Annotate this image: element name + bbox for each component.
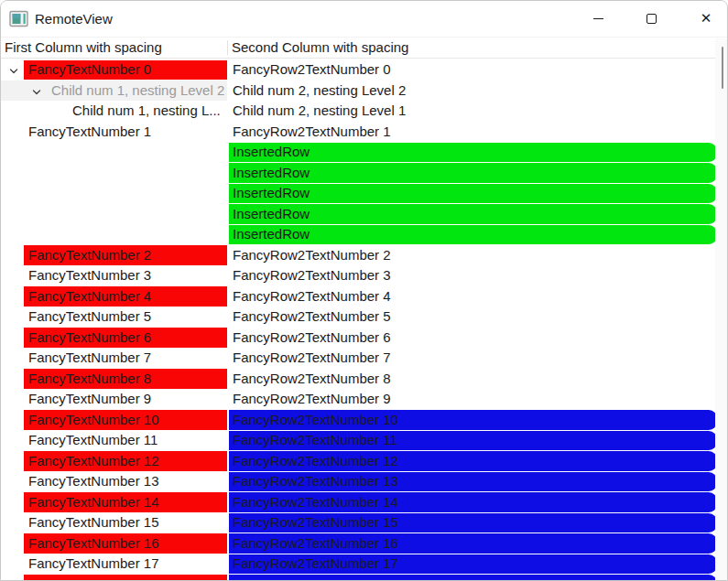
cell-second-column[interactable]: FancyRow2TextNumber 8 <box>229 369 717 390</box>
cell-highlight <box>229 575 717 580</box>
table-row[interactable]: FancyTextNumber 5FancyRow2TextNumber 5 <box>1 307 727 328</box>
cell-first-column[interactable]: FancyTextNumber 15 <box>1 512 227 533</box>
cell-first-column[interactable]: FancyTextNumber 17 <box>1 554 227 575</box>
cell-first-column[interactable]: Child num 1, nesting L... <box>1 101 227 122</box>
cell-first-column[interactable]: FancyTextNumber 1 <box>1 122 227 143</box>
cell-text: FancyRow2TextNumber 0 <box>233 59 391 81</box>
column-header-second[interactable]: Second Column with spacing <box>232 38 408 58</box>
cell-second-column[interactable]: FancyRow2TextNumber 2 <box>229 245 717 266</box>
cell-first-column[interactable]: FancyTextNumber 9 <box>1 389 227 410</box>
table-row[interactable]: Child num 1, nesting Level 2Child num 2,… <box>1 81 727 102</box>
cell-first-column[interactable] <box>1 183 227 204</box>
cell-second-column[interactable]: FancyRow2TextNumber 4 <box>229 286 717 307</box>
cell-first-column[interactable]: FancyTextNumber 0 <box>1 59 227 81</box>
cell-second-column[interactable]: FancyRow2TextNumber 17 <box>229 554 717 575</box>
cell-text: FancyRow2TextNumber 3 <box>233 265 391 286</box>
cell-text: Child num 2, nesting Level 2 <box>233 81 406 102</box>
cell-first-column[interactable]: FancyTextNumber 16 <box>1 533 227 554</box>
cell-second-column[interactable]: FancyRow2TextNumber 15 <box>229 512 717 533</box>
table-row[interactable] <box>1 575 727 581</box>
cell-first-column[interactable] <box>1 224 227 245</box>
cell-second-column[interactable]: FancyRow2TextNumber 13 <box>229 471 717 492</box>
cell-second-column[interactable]: FancyRow2TextNumber 5 <box>229 307 717 328</box>
table-row[interactable]: FancyTextNumber 10FancyRow2TextNumber 10 <box>1 410 727 431</box>
cell-second-column[interactable]: Child num 2, nesting Level 2 <box>229 81 717 102</box>
table-row[interactable]: FancyTextNumber 13FancyRow2TextNumber 13 <box>1 471 727 492</box>
table-row[interactable]: InsertedRow <box>1 204 727 225</box>
cell-second-column[interactable]: InsertedRow <box>229 224 717 245</box>
title-bar: RemoteView ✕ <box>1 1 727 38</box>
cell-text: InsertedRow <box>233 224 310 245</box>
cell-text: Child num 2, nesting Level 1 <box>233 101 406 122</box>
close-button[interactable]: ✕ <box>685 1 727 37</box>
cell-first-column[interactable]: FancyTextNumber 2 <box>1 245 227 266</box>
column-header-first[interactable]: First Column with spacing <box>5 38 224 58</box>
table-row[interactable]: FancyTextNumber 4FancyRow2TextNumber 4 <box>1 286 727 307</box>
cell-first-column[interactable]: FancyTextNumber 4 <box>1 286 227 307</box>
cell-second-column[interactable]: InsertedRow <box>229 142 717 163</box>
cell-first-column[interactable]: FancyTextNumber 11 <box>1 430 227 451</box>
cell-first-column[interactable]: FancyTextNumber 6 <box>1 328 227 349</box>
cell-first-column[interactable]: FancyTextNumber 12 <box>1 451 227 472</box>
table-row[interactable]: FancyTextNumber 3FancyRow2TextNumber 3 <box>1 265 727 286</box>
cell-text: FancyRow2TextNumber 2 <box>233 245 391 266</box>
table-row[interactable]: FancyTextNumber 11FancyRow2TextNumber 11 <box>1 430 727 451</box>
cell-second-column[interactable]: FancyRow2TextNumber 7 <box>229 348 717 369</box>
table-row[interactable]: InsertedRow <box>1 224 727 245</box>
table-row[interactable]: InsertedRow <box>1 183 727 204</box>
cell-first-column[interactable] <box>1 163 227 184</box>
table-row[interactable]: FancyTextNumber 7FancyRow2TextNumber 7 <box>1 348 727 369</box>
chevron-down-icon[interactable] <box>8 64 19 75</box>
tree-view[interactable]: FancyTextNumber 0FancyRow2TextNumber 0Ch… <box>1 59 727 580</box>
cell-second-column[interactable]: FancyRow2TextNumber 0 <box>229 59 717 81</box>
cell-first-column[interactable]: FancyTextNumber 5 <box>1 307 227 328</box>
table-row[interactable]: FancyTextNumber 15FancyRow2TextNumber 15 <box>1 512 727 533</box>
table-row[interactable]: FancyTextNumber 9FancyRow2TextNumber 9 <box>1 389 727 410</box>
cell-second-column[interactable]: FancyRow2TextNumber 14 <box>229 492 717 513</box>
cell-text: FancyRow2TextNumber 13 <box>233 471 398 492</box>
cell-second-column[interactable]: FancyRow2TextNumber 16 <box>229 533 717 554</box>
cell-first-column[interactable]: FancyTextNumber 7 <box>1 348 227 369</box>
cell-first-column[interactable] <box>1 142 227 163</box>
vertical-scrollbar[interactable] <box>715 38 727 580</box>
cell-text: FancyRow2TextNumber 15 <box>233 512 398 533</box>
cell-first-column[interactable]: FancyTextNumber 10 <box>1 410 227 431</box>
cell-second-column[interactable]: InsertedRow <box>229 163 717 184</box>
cell-second-column[interactable]: Child num 2, nesting Level 1 <box>229 101 717 122</box>
column-divider[interactable] <box>227 40 228 55</box>
cell-first-column[interactable] <box>1 575 227 581</box>
scrollbar-thumb[interactable] <box>722 47 723 89</box>
maximize-button[interactable] <box>630 1 672 37</box>
table-row[interactable]: Child num 1, nesting L...Child num 2, ne… <box>1 101 727 122</box>
cell-second-column[interactable]: FancyRow2TextNumber 3 <box>229 265 717 286</box>
table-row[interactable]: FancyTextNumber 12FancyRow2TextNumber 12 <box>1 451 727 472</box>
table-row[interactable]: InsertedRow <box>1 163 727 184</box>
cell-first-column[interactable]: FancyTextNumber 8 <box>1 369 227 390</box>
cell-second-column[interactable]: FancyRow2TextNumber 1 <box>229 122 717 143</box>
cell-second-column[interactable]: FancyRow2TextNumber 9 <box>229 389 717 410</box>
cell-first-column[interactable]: FancyTextNumber 14 <box>1 492 227 513</box>
cell-second-column[interactable]: FancyRow2TextNumber 6 <box>229 328 717 349</box>
cell-second-column[interactable]: FancyRow2TextNumber 11 <box>229 430 717 451</box>
cell-text: FancyRow2TextNumber 8 <box>233 369 391 390</box>
table-row[interactable]: FancyTextNumber 14FancyRow2TextNumber 14 <box>1 492 727 513</box>
minimize-button[interactable] <box>577 1 619 37</box>
table-row[interactable]: FancyTextNumber 2FancyRow2TextNumber 2 <box>1 245 727 266</box>
table-row[interactable]: FancyTextNumber 0FancyRow2TextNumber 0 <box>1 59 727 81</box>
table-row[interactable]: FancyTextNumber 8FancyRow2TextNumber 8 <box>1 369 727 390</box>
cell-second-column[interactable]: FancyRow2TextNumber 10 <box>229 410 717 431</box>
cell-first-column[interactable]: FancyTextNumber 13 <box>1 471 227 492</box>
table-row[interactable]: FancyTextNumber 16FancyRow2TextNumber 16 <box>1 533 727 554</box>
table-row[interactable]: InsertedRow <box>1 142 727 163</box>
cell-first-column[interactable]: FancyTextNumber 3 <box>1 265 227 286</box>
cell-second-column[interactable]: FancyRow2TextNumber 12 <box>229 451 717 472</box>
table-row[interactable]: FancyTextNumber 17FancyRow2TextNumber 17 <box>1 554 727 575</box>
table-row[interactable]: FancyTextNumber 6FancyRow2TextNumber 6 <box>1 328 727 349</box>
cell-second-column[interactable] <box>229 575 717 581</box>
chevron-down-icon[interactable] <box>31 85 42 96</box>
cell-first-column[interactable] <box>1 204 227 225</box>
cell-second-column[interactable]: InsertedRow <box>229 183 717 204</box>
cell-second-column[interactable]: InsertedRow <box>229 204 717 225</box>
cell-first-column[interactable]: Child num 1, nesting Level 2 <box>1 81 227 102</box>
table-row[interactable]: FancyTextNumber 1FancyRow2TextNumber 1 <box>1 122 727 143</box>
